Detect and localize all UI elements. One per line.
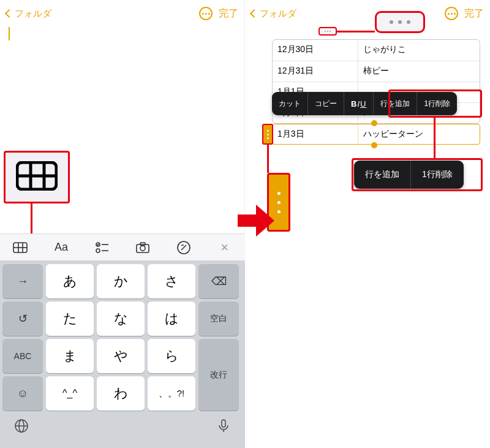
table-cell-item[interactable]: ハッピーターン — [358, 124, 428, 144]
mic-icon[interactable] — [216, 418, 232, 436]
table-row[interactable]: 12月31日 柿ピー — [273, 61, 480, 82]
table-button[interactable] — [9, 236, 32, 259]
arrow-right-icon — [238, 202, 274, 239]
note-body[interactable] — [0, 27, 244, 42]
table-more-mini — [318, 27, 337, 36]
table-cell-date[interactable]: 1月3日 — [273, 124, 358, 144]
table-cell-item[interactable]: 柿ピー — [358, 61, 480, 82]
key-face[interactable]: ^_^ — [46, 376, 94, 411]
key-ra[interactable]: ら — [148, 339, 195, 373]
table-icon — [16, 161, 58, 193]
done-button[interactable]: 完了 — [219, 7, 238, 20]
svg-rect-14 — [140, 243, 145, 245]
key-space[interactable]: 空白 — [198, 302, 239, 336]
key-return[interactable]: 改行 — [198, 339, 239, 411]
key-backspace[interactable]: ⌫ — [198, 264, 239, 298]
keyboard-toolbar: Aa × — [0, 233, 245, 260]
nav-bar: フォルダ 完了 — [0, 0, 244, 27]
row-drag-handle[interactable] — [262, 124, 273, 145]
key-a[interactable]: あ — [46, 264, 94, 298]
menu-copy[interactable]: コピー — [308, 92, 344, 115]
keyboard: → あ か さ ⌫ ↺ た な は 空白 ABC ま や ら 改行 ☺ ^_^ … — [0, 260, 245, 448]
menu-cut[interactable]: カット — [272, 92, 308, 115]
nav-right: 完了 — [445, 7, 484, 20]
more-icon[interactable] — [445, 7, 458, 20]
svg-rect-19 — [222, 420, 225, 427]
globe-icon[interactable] — [13, 418, 29, 436]
callout-highlight — [352, 158, 483, 191]
chevron-left-icon — [250, 9, 258, 18]
table-selected-row[interactable]: 1月3日 ハッピーターン — [272, 124, 480, 145]
nav-right: 完了 — [199, 7, 238, 20]
callout-connector — [267, 145, 269, 173]
key-abc[interactable]: ABC — [2, 339, 43, 373]
camera-button[interactable] — [131, 236, 154, 259]
key-wa[interactable]: わ — [97, 376, 145, 411]
selection-handle-icon[interactable] — [371, 120, 377, 126]
text-cursor — [9, 27, 10, 40]
checklist-button[interactable] — [91, 236, 114, 259]
menu-biu[interactable]: BIU — [344, 92, 374, 115]
key-emoji[interactable]: ☺ — [2, 376, 43, 411]
key-na[interactable]: な — [97, 302, 145, 336]
table-more-button[interactable] — [375, 11, 425, 33]
back-button[interactable]: フォルダ — [251, 8, 296, 20]
text-format-button[interactable]: Aa — [50, 236, 73, 259]
table-cell-date[interactable]: 12月30日 — [273, 40, 358, 61]
back-label: フォルダ — [260, 8, 296, 20]
callout-table-icon — [4, 151, 70, 203]
key-ma[interactable]: ま — [46, 339, 94, 373]
key-ya[interactable]: や — [97, 339, 145, 373]
table-cell-item[interactable]: じゃがりこ — [358, 40, 480, 61]
key-undo[interactable]: ↺ — [2, 302, 43, 336]
svg-point-13 — [140, 246, 145, 251]
key-ka[interactable]: か — [97, 264, 145, 298]
nav-bar: フォルダ 完了 — [245, 0, 490, 27]
callout-connector — [337, 31, 375, 32]
callout-highlight — [388, 89, 482, 118]
left-screen: フォルダ 完了 Aa × → あ か さ ⌫ ↺ た な — [0, 0, 245, 448]
selection-handle-icon[interactable] — [371, 142, 377, 148]
key-ha[interactable]: は — [148, 302, 195, 336]
back-label: フォルダ — [15, 8, 51, 20]
key-punct[interactable]: 、。?! — [148, 376, 195, 411]
back-button[interactable]: フォルダ — [6, 8, 51, 20]
done-button[interactable]: 完了 — [464, 7, 484, 20]
key-arrow[interactable]: → — [2, 264, 43, 298]
dismiss-keyboard[interactable]: × — [213, 236, 236, 259]
table-row[interactable]: 12月30日 じゃがりこ — [273, 40, 480, 61]
table-cell-date[interactable]: 12月31日 — [273, 61, 358, 82]
key-ta[interactable]: た — [46, 302, 94, 336]
key-sa[interactable]: さ — [148, 264, 195, 298]
svg-point-10 — [96, 249, 100, 252]
markup-button[interactable] — [172, 236, 195, 259]
more-icon[interactable] — [199, 7, 213, 20]
callout-connector — [434, 118, 435, 159]
chevron-left-icon — [5, 9, 13, 18]
